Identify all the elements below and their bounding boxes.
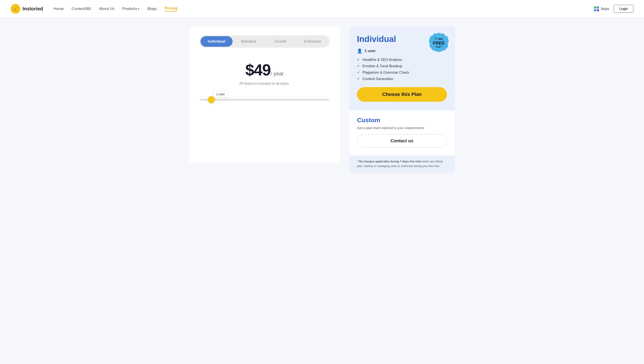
choose-plan-button[interactable]: Choose this Plan — [357, 87, 447, 102]
chevron-down-icon: ▾ — [138, 7, 139, 10]
apps-button[interactable]: Apps — [594, 6, 609, 11]
slider-area: 1 user — [200, 99, 330, 100]
feature-1: ✓ Headline & SEO Analysis — [357, 58, 447, 62]
disclaimer-bold: No charges applicable during 7 days free… — [359, 160, 421, 163]
disclaimer-star: * — [357, 160, 359, 163]
main-content: Individual Standard Growth Enterprise $4… — [178, 26, 466, 173]
plan-tabs: Individual Standard Growth Enterprise — [200, 35, 330, 48]
tab-enterprise[interactable]: Enterprise — [296, 36, 329, 47]
badge-days: 7- day — [435, 37, 443, 40]
nav-blogs[interactable]: Blogs — [147, 6, 157, 11]
individual-plan-card: 7- day FREE Trial * Individual 👤 1 user … — [349, 26, 455, 110]
check-icon-4: ✓ — [357, 77, 360, 81]
slider-tooltip: 1 user — [213, 91, 228, 98]
user-icon: 👤 — [357, 48, 363, 54]
price-value: $49 — [245, 61, 270, 79]
contact-us-button[interactable]: Contact us — [357, 134, 447, 148]
nav-content360[interactable]: Content360 — [72, 6, 91, 11]
tab-individual[interactable]: Individual — [201, 36, 233, 47]
apps-label: Apps — [601, 6, 609, 11]
feature-3: ✓ Plagiarism & Grammar Check — [357, 70, 447, 74]
check-icon-3: ✓ — [357, 70, 360, 74]
nav-links: Home Content360 About Us Products ▾ Blog… — [54, 6, 594, 12]
nav-home[interactable]: Home — [54, 6, 64, 11]
tab-standard[interactable]: Standard — [233, 36, 264, 47]
slider-track[interactable] — [200, 99, 330, 100]
price-subtitle: All features included in all plans. — [200, 82, 330, 86]
price-period: / year — [270, 70, 284, 76]
check-icon-2: ✓ — [357, 64, 360, 68]
plan-features: ✓ Headline & SEO Analysis ✓ Emotion & To… — [357, 58, 447, 81]
nav-pricing[interactable]: Pricing — [165, 6, 178, 12]
nav-products[interactable]: Products ▾ — [122, 6, 139, 11]
navbar: ✍ Instoried Home Content360 About Us Pro… — [0, 0, 644, 18]
brand-name: Instoried — [23, 6, 43, 12]
custom-plan-subtitle: Get a plan that's tailored to your requi… — [357, 126, 447, 130]
badge-free: FREE — [433, 40, 445, 46]
apps-grid-icon — [594, 6, 599, 11]
login-button[interactable]: Login — [614, 5, 633, 13]
logo[interactable]: ✍ Instoried — [11, 4, 43, 14]
slider-handle[interactable] — [208, 96, 215, 103]
tab-growth[interactable]: Growth — [264, 36, 296, 47]
price-area: $49/ year All features included in all p… — [200, 61, 330, 86]
plan-users-label: 1 user — [365, 49, 376, 53]
nav-right: Apps Login — [594, 5, 633, 13]
logo-icon: ✍ — [11, 4, 20, 14]
nav-about-us[interactable]: About Us — [99, 6, 114, 11]
check-icon-1: ✓ — [357, 58, 360, 62]
left-panel: Individual Standard Growth Enterprise $4… — [189, 26, 340, 163]
custom-plan-title: Custom — [357, 117, 447, 124]
custom-plan-card: Custom Get a plan that's tailored to you… — [349, 110, 455, 156]
feature-2: ✓ Emotion & Tonal Breakup — [357, 64, 447, 68]
badge-trial: Trial * — [436, 46, 442, 48]
feature-4: ✓ Content Generation — [357, 77, 447, 81]
disclaimer: * No charges applicable during 7 days fr… — [349, 156, 455, 173]
right-panel: 7- day FREE Trial * Individual 👤 1 user … — [349, 26, 455, 173]
